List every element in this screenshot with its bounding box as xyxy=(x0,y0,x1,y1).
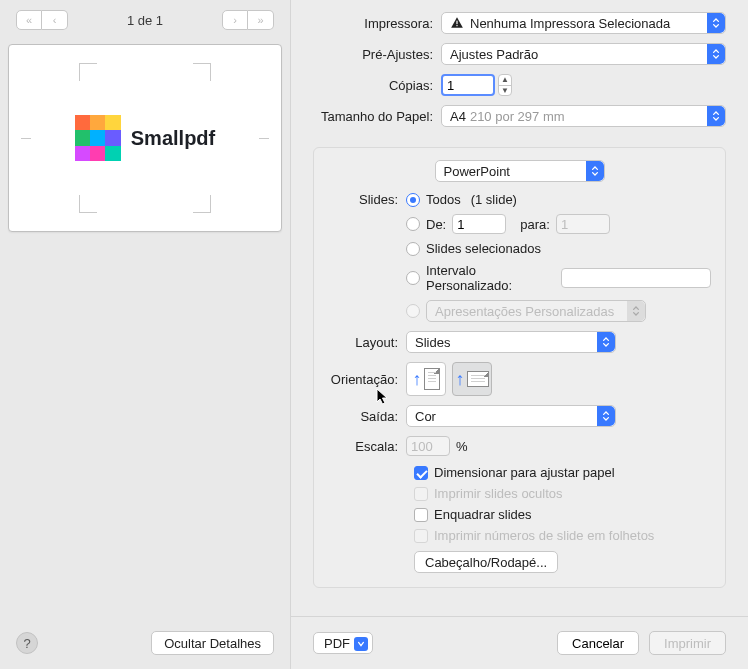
radio-range[interactable] xyxy=(406,217,420,231)
dialog-footer: PDF Cancelar Imprimir xyxy=(291,616,748,669)
range-from-label: De: xyxy=(426,217,446,232)
page-prev-button[interactable]: ‹ xyxy=(42,10,68,30)
module-select[interactable]: PowerPoint xyxy=(435,160,605,182)
settings-pane: Impressora: Nenhuma Impressora Seleciona… xyxy=(290,0,748,669)
paper-value: A4 xyxy=(450,109,466,124)
custom-interval-input[interactable] xyxy=(561,268,711,288)
layout-label: Layout: xyxy=(328,335,406,350)
scale-unit: % xyxy=(456,439,468,454)
range-to-label: para: xyxy=(520,217,550,232)
presets-select[interactable]: Ajustes Padrão xyxy=(441,43,726,65)
copies-stepper[interactable]: ▲▼ xyxy=(498,74,512,96)
custom-shows-select: Apresentações Personalizadas xyxy=(426,300,646,322)
check-hidden-slides xyxy=(414,487,428,501)
scale-input xyxy=(406,436,450,456)
stepper-up-icon[interactable]: ▲ xyxy=(499,75,511,86)
orientation-landscape-button[interactable]: ↑ xyxy=(452,362,492,396)
presets-label: Pré-Ajustes: xyxy=(291,47,441,62)
layout-value: Slides xyxy=(415,335,450,350)
check-hidden-label: Imprimir slides ocultos xyxy=(434,486,563,501)
pdf-button-label: PDF xyxy=(324,636,350,651)
page-portrait-icon xyxy=(424,368,440,390)
range-from-input[interactable] xyxy=(452,214,506,234)
printer-value: Nenhuma Impressora Selecionada xyxy=(470,16,670,31)
check-numbers-label: Imprimir números de slide em folhetos xyxy=(434,528,654,543)
check-fit-paper[interactable] xyxy=(414,466,428,480)
output-value: Cor xyxy=(415,409,436,424)
cancel-button[interactable]: Cancelar xyxy=(557,631,639,655)
paper-label: Tamanho do Papel: xyxy=(291,109,441,124)
arrow-up-icon: ↑ xyxy=(413,370,422,388)
radio-selected-slides[interactable] xyxy=(406,242,420,256)
radio-all-note: (1 slide) xyxy=(471,192,517,207)
page-last-button[interactable]: » xyxy=(248,10,274,30)
radio-all-label: Todos xyxy=(426,192,461,207)
copies-label: Cópias: xyxy=(291,78,441,93)
page-nav-fwd-group: › » xyxy=(222,10,274,30)
chevron-down-icon xyxy=(354,637,368,651)
pdf-menu-button[interactable]: PDF xyxy=(313,632,373,654)
paper-dimensions: 210 por 297 mm xyxy=(470,109,565,124)
page-landscape-icon xyxy=(467,371,489,387)
preview-pane: « ‹ 1 de 1 › » Smallpdf ? Ocultar Detalh… xyxy=(0,0,290,669)
printer-label: Impressora: xyxy=(291,16,441,31)
check-frame-slides[interactable] xyxy=(414,508,428,522)
svg-rect-1 xyxy=(456,25,457,26)
range-to-input xyxy=(556,214,610,234)
module-options-box: PowerPoint Slides: Todos (1 slide) De: xyxy=(313,147,726,588)
copies-input[interactable] xyxy=(441,74,495,96)
scale-label: Escala: xyxy=(328,439,406,454)
radio-custom-label: Intervalo Personalizado: xyxy=(426,263,551,293)
radio-selected-label: Slides selecionados xyxy=(426,241,541,256)
output-label: Saída: xyxy=(328,409,406,424)
printer-select[interactable]: Nenhuma Impressora Selecionada xyxy=(441,12,726,34)
page-first-button[interactable]: « xyxy=(16,10,42,30)
help-button[interactable]: ? xyxy=(16,632,38,654)
arrow-up-icon: ↑ xyxy=(456,370,465,388)
brand-text: Smallpdf xyxy=(131,127,215,150)
slides-label: Slides: xyxy=(328,192,406,207)
page-thumbnail: Smallpdf xyxy=(8,44,282,232)
stepper-down-icon[interactable]: ▼ xyxy=(499,86,511,96)
check-slide-numbers xyxy=(414,529,428,543)
module-value: PowerPoint xyxy=(444,164,510,179)
radio-custom-interval[interactable] xyxy=(406,271,420,285)
orientation-portrait-button[interactable]: ↑ xyxy=(406,362,446,396)
page-counter: 1 de 1 xyxy=(127,13,163,28)
print-button: Imprimir xyxy=(649,631,726,655)
svg-rect-0 xyxy=(456,21,457,25)
warning-icon xyxy=(450,16,464,30)
header-footer-button[interactable]: Cabeçalho/Rodapé... xyxy=(414,551,558,573)
radio-all-slides[interactable] xyxy=(406,193,420,207)
radio-custom-shows xyxy=(406,304,420,318)
paper-select[interactable]: A4 210 por 297 mm xyxy=(441,105,726,127)
smallpdf-logo-icon xyxy=(75,115,121,161)
cursor-icon xyxy=(376,388,390,406)
presets-value: Ajustes Padrão xyxy=(450,47,538,62)
page-toolbar: « ‹ 1 de 1 › » xyxy=(0,0,290,38)
custom-shows-value: Apresentações Personalizadas xyxy=(435,304,614,319)
output-select[interactable]: Cor xyxy=(406,405,616,427)
hide-details-button[interactable]: Ocultar Detalhes xyxy=(151,631,274,655)
orientation-label: Orientação: xyxy=(328,372,406,387)
check-fit-label: Dimensionar para ajustar papel xyxy=(434,465,615,480)
page-next-button[interactable]: › xyxy=(222,10,248,30)
layout-select[interactable]: Slides xyxy=(406,331,616,353)
check-frame-label: Enquadrar slides xyxy=(434,507,532,522)
page-nav-back-group: « ‹ xyxy=(16,10,68,30)
